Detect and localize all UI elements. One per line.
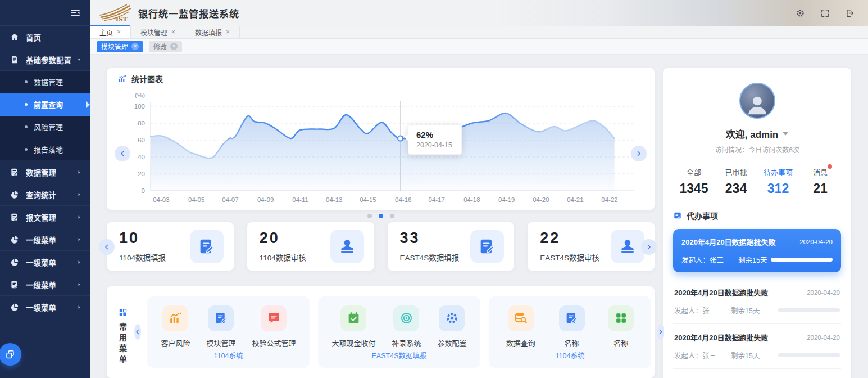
collapse-menu-icon[interactable] bbox=[70, 7, 81, 19]
sidebar-menu: 首页 基础参数配置 数据管理 前置查询 风险管理 报告落地 数据管理 查询统计 … bbox=[0, 26, 90, 318]
quick-menu-item-0-1[interactable]: 模块管理 bbox=[206, 305, 235, 348]
sidebar-item-7[interactable]: 一级菜单 bbox=[0, 273, 90, 296]
stats-next-button[interactable] bbox=[641, 239, 657, 255]
todo-remaining: 剩余15天 bbox=[731, 350, 760, 361]
calendar-check-icon bbox=[340, 305, 366, 331]
sidebar-item-8[interactable]: 一级菜单 bbox=[0, 296, 90, 318]
quick-menu-item-2-0[interactable]: 数据查询 bbox=[506, 305, 535, 348]
chart-marker bbox=[398, 136, 403, 141]
notification-dot bbox=[828, 164, 832, 169]
svg-text:04-22: 04-22 bbox=[601, 196, 617, 203]
quick-menu-item-1-0[interactable]: 大额现金收付 bbox=[331, 305, 375, 348]
todo-item-1[interactable]: 2020年4月20日数据跑批失败 2020-04-20 发起人：张三 剩余15天 bbox=[673, 279, 841, 324]
profile-stat-3[interactable]: 消息 21 bbox=[799, 166, 841, 196]
carousel-dots bbox=[107, 210, 655, 222]
carousel-dot-2[interactable] bbox=[390, 214, 394, 218]
svg-text:04-16: 04-16 bbox=[395, 196, 411, 203]
sidebar-subitem-0[interactable]: 数据管理 bbox=[0, 71, 90, 93]
todo-item-3[interactable]: 2020年4月20日数据跑批失败 2020-04-20 发起人：张三 剩余4天 bbox=[673, 369, 841, 378]
chevron-right-icon bbox=[646, 244, 652, 250]
svg-text:04-09: 04-09 bbox=[257, 196, 274, 203]
profile-stat-value: 21 bbox=[799, 181, 841, 196]
sidebar-item-label: 一级菜单 bbox=[26, 302, 56, 313]
page-title: 银行统一监管报送系统 bbox=[138, 6, 239, 20]
svg-text:04-17: 04-17 bbox=[428, 196, 444, 203]
fullscreen-icon[interactable] bbox=[820, 8, 830, 18]
filter-pill-0[interactable]: 模块管理 × bbox=[97, 41, 143, 52]
sidebar-item-0[interactable]: 首页 bbox=[0, 26, 90, 48]
chart-prev-button[interactable] bbox=[115, 146, 130, 161]
header-actions bbox=[796, 8, 868, 18]
group-caption: EAST4S数据填报 bbox=[324, 350, 475, 361]
tab-1[interactable]: 模块管理 × bbox=[131, 26, 185, 38]
avatar[interactable] bbox=[739, 83, 775, 119]
todo-item-2[interactable]: 2020年4月20日数据跑批失败 2020-04-20 发起人：张三 剩余15天 bbox=[673, 324, 841, 369]
carousel-dot-0[interactable] bbox=[367, 214, 372, 218]
quick-menu-item-1-1[interactable]: 补录系统 bbox=[392, 305, 421, 348]
quick-menu-item-label: 大额现金收付 bbox=[331, 338, 375, 348]
quick-menu-item-0-2[interactable]: 校验公式管理 bbox=[252, 305, 296, 348]
sidebar-subitem-1[interactable]: 前置查询 bbox=[0, 93, 90, 116]
sidebar-item-label: 查询统计 bbox=[26, 189, 56, 200]
close-icon[interactable]: × bbox=[117, 28, 121, 36]
close-icon[interactable]: × bbox=[170, 43, 178, 50]
carousel-dot-1[interactable] bbox=[379, 214, 383, 218]
stat-card-1[interactable]: 20 1104数据审核 bbox=[247, 222, 374, 271]
logo: IST bbox=[98, 3, 133, 23]
close-icon[interactable]: × bbox=[131, 43, 139, 50]
chart-next-button[interactable] bbox=[631, 146, 647, 161]
quick-menu-prev-button[interactable] bbox=[134, 324, 141, 340]
stamp-icon bbox=[619, 237, 637, 255]
cert-icon bbox=[10, 55, 19, 64]
logout-icon[interactable] bbox=[845, 8, 855, 18]
quick-menu-item-0-0[interactable]: 客户风险 bbox=[161, 305, 190, 348]
stats-prev-button[interactable] bbox=[99, 239, 115, 255]
filter-pill-1[interactable]: 修改 × bbox=[149, 41, 182, 52]
profile-stat-0[interactable]: 全部 1345 bbox=[673, 166, 715, 196]
theme-switch-fab[interactable] bbox=[0, 343, 21, 366]
sidebar-subitem-3[interactable]: 报告落地 bbox=[0, 138, 90, 161]
stat-label: 1104数据填报 bbox=[119, 251, 166, 263]
sidebar-subitem-2[interactable]: 风险管理 bbox=[0, 116, 90, 138]
quick-menu-card: 常用菜单 客户风险 模块管理 校验公式管理 1104系统 bbox=[107, 286, 655, 378]
profile-stat-2[interactable]: 待办事项 312 bbox=[757, 166, 799, 196]
gear-icon[interactable] bbox=[796, 8, 805, 18]
close-icon[interactable]: × bbox=[226, 28, 230, 36]
tab-0[interactable]: 主页 × bbox=[90, 26, 131, 38]
sidebar-item-3[interactable]: 查询统计 bbox=[0, 183, 90, 206]
sidebar-item-6[interactable]: 一级菜单 bbox=[0, 251, 90, 273]
todo-initiator: 发起人：张三 bbox=[674, 305, 716, 316]
stat-label: EAST4S数据填报 bbox=[400, 251, 460, 263]
overlap-squares-icon bbox=[5, 349, 15, 359]
stat-card-0[interactable]: 10 1104数据填报 bbox=[107, 222, 234, 271]
tab-label: 主页 bbox=[99, 28, 113, 37]
stat-card-3[interactable]: 22 EAST4S数据审核 bbox=[528, 222, 655, 271]
profile-stat-1[interactable]: 已审批 234 bbox=[715, 166, 757, 196]
quick-menu-item-2-2[interactable]: 名称 bbox=[608, 305, 634, 348]
user-menu[interactable]: 欢迎, admin bbox=[673, 127, 841, 141]
svg-text:100: 100 bbox=[134, 103, 145, 110]
doc-edit-icon bbox=[198, 237, 216, 255]
chart-card-header: 统计图表 bbox=[118, 68, 643, 89]
caret-right-icon bbox=[76, 259, 82, 265]
quick-menu-item-1-2[interactable]: 参数配置 bbox=[437, 305, 466, 348]
todo-item-date: 2020-04-20 bbox=[799, 238, 833, 245]
bullet-icon bbox=[25, 80, 28, 83]
target-icon bbox=[399, 311, 413, 325]
quick-menu-item-2-1[interactable]: 名称 bbox=[559, 305, 585, 348]
profile-stat-label: 待办事项 bbox=[757, 166, 799, 177]
sidebar-item-4[interactable]: 报文管理 bbox=[0, 206, 90, 228]
menu-grid-icon bbox=[118, 308, 128, 317]
sidebar-item-5[interactable]: 一级菜单 bbox=[0, 228, 90, 251]
statistics-chart[interactable]: (%)02040608010004-0304-0504-0704-0904-11… bbox=[118, 89, 643, 210]
svg-text:04-19: 04-19 bbox=[498, 196, 515, 203]
sidebar-item-2[interactable]: 数据管理 bbox=[0, 161, 90, 183]
stat-card-2[interactable]: 33 EAST4S数据填报 bbox=[388, 222, 515, 271]
svg-text:20: 20 bbox=[138, 170, 145, 177]
todo-item-0[interactable]: 2020年4月20日数据跑批失败 2020-04-20 发起人：张三 剩余15天 bbox=[673, 229, 841, 272]
sidebar-item-1[interactable]: 基础参数配置 bbox=[0, 48, 90, 71]
tab-2[interactable]: 数据填报 × bbox=[185, 26, 240, 38]
svg-text:(%): (%) bbox=[135, 92, 145, 98]
profile-stat-value: 312 bbox=[757, 181, 799, 196]
close-icon[interactable]: × bbox=[171, 28, 175, 36]
